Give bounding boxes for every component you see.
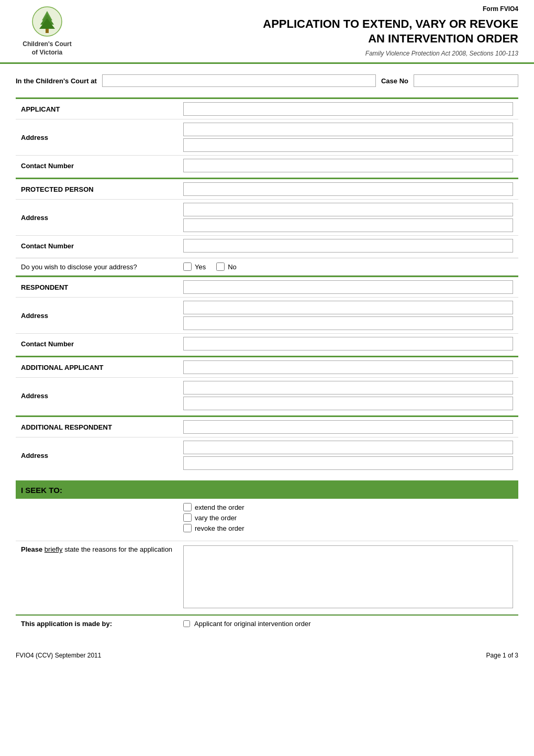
respondent-contact-input[interactable]	[183, 337, 513, 350]
respondent-name-row: RESPONDENT	[16, 277, 518, 298]
respondent-address-input-col	[178, 298, 518, 333]
made-by-label: This application is made by:	[16, 616, 178, 632]
additional-respondent-address-input-2[interactable]	[183, 456, 513, 470]
add-respondent-name-row: ADDITIONAL RESPONDENT	[16, 417, 518, 437]
additional-applicant-address-input-2[interactable]	[183, 397, 513, 410]
reasons-label-please: Please	[21, 545, 44, 553]
protected-address-input-1[interactable]	[183, 203, 513, 216]
applicant-address-label: Address	[16, 119, 178, 155]
footer-code: FVIO4 (CCV) September 2011	[16, 652, 101, 659]
respondent-address-label: Address	[16, 298, 178, 333]
disclose-yes-checkbox[interactable]	[183, 262, 192, 271]
applicant-address-input-1[interactable]	[183, 123, 513, 136]
revoke-checkbox-item: revoke the order	[183, 524, 513, 532]
protected-address-label: Address	[16, 200, 178, 235]
respondent-name-input-col	[178, 277, 518, 297]
additional-respondent-label: ADDITIONAL RESPONDENT	[16, 417, 178, 437]
court-case-row: In the Children's Court at Case No	[16, 74, 518, 87]
protected-contact-input-col	[178, 236, 518, 256]
seek-checkboxes-col: extend the order vary the order revoke t…	[178, 499, 518, 541]
additional-applicant-name-input[interactable]	[183, 360, 513, 374]
reasons-label-briefly: briefly	[44, 545, 63, 553]
applicant-address-input-2[interactable]	[183, 138, 513, 152]
disclose-yes-item: Yes	[183, 262, 206, 271]
footer-right: Applicant for original intervention orde…	[178, 616, 518, 632]
respondent-address-input-1[interactable]	[183, 301, 513, 314]
respondent-address-row: Address	[16, 298, 518, 334]
respondent-address-input-2[interactable]	[183, 316, 513, 330]
logo-area: Children's Court of Victoria	[10, 5, 94, 57]
court-at-input[interactable]	[102, 74, 376, 87]
page-info: Page 1 of 3	[486, 652, 518, 659]
add-applicant-address-row: Address	[16, 378, 518, 413]
additional-applicant-label: ADDITIONAL APPLICANT	[16, 357, 178, 377]
add-respondent-address-double	[183, 441, 513, 470]
additional-respondent-name-input[interactable]	[183, 420, 513, 434]
seek-to-header: I SEEK TO:	[16, 480, 518, 499]
extend-label: extend the order	[195, 503, 244, 511]
revoke-label: revoke the order	[195, 524, 244, 532]
protected-address-input-2[interactable]	[183, 218, 513, 232]
disclose-yes-label: Yes	[195, 263, 206, 271]
vary-label: vary the order	[195, 514, 237, 522]
disclose-no-label: No	[228, 263, 237, 271]
made-by-text: This application is made by:	[21, 620, 112, 628]
disclose-label: Do you wish to disclose your address?	[16, 258, 178, 275]
disclose-row: Do you wish to disclose your address? Ye…	[16, 258, 518, 276]
applicant-original-checkbox[interactable]	[183, 620, 190, 627]
revoke-checkbox[interactable]	[183, 524, 192, 532]
additional-respondent-address-label: Address	[16, 437, 178, 473]
respondent-contact-label: Contact Number	[16, 334, 178, 354]
add-respondent-name-input-col	[178, 417, 518, 437]
extend-checkbox[interactable]	[183, 503, 192, 511]
disclose-no-checkbox[interactable]	[216, 262, 225, 271]
protected-contact-row: Contact Number	[16, 236, 518, 256]
vary-checkbox-item: vary the order	[183, 513, 513, 522]
subtitle: Family Violence Protection Act 2008, Sec…	[365, 50, 518, 57]
add-applicant-address-input-col	[178, 378, 518, 413]
protected-name-row: PROTECTED PERSON	[16, 179, 518, 200]
applicant-contact-input[interactable]	[183, 159, 513, 172]
logo-text: Children's Court of Victoria	[23, 40, 72, 57]
applicant-address-double	[183, 123, 513, 152]
protected-name-input-col	[178, 179, 518, 199]
additional-applicant-address-input-1[interactable]	[183, 381, 513, 395]
additional-applicant-section: ADDITIONAL APPLICANT Address	[16, 356, 518, 413]
page-footer: FVIO4 (CCV) September 2011 Page 1 of 3	[0, 648, 534, 663]
main-content: In the Children's Court at Case No APPLI…	[0, 64, 534, 642]
applicant-label: APPLICANT	[16, 99, 178, 119]
add-applicant-name-row: ADDITIONAL APPLICANT	[16, 357, 518, 378]
seek-checkboxes-group: extend the order vary the order revoke t…	[183, 503, 513, 532]
seek-left-empty	[16, 499, 178, 541]
additional-respondent-address-input-1[interactable]	[183, 441, 513, 454]
title-area: Form FVIO4 APPLICATION TO EXTEND, VARY O…	[94, 5, 524, 57]
protected-name-input[interactable]	[183, 182, 513, 196]
case-no-input[interactable]	[414, 74, 518, 87]
protected-address-double	[183, 203, 513, 232]
protected-label: PROTECTED PERSON	[16, 179, 178, 199]
reasons-textarea[interactable]	[183, 545, 513, 608]
protected-contact-label: Contact Number	[16, 236, 178, 256]
respondent-name-input[interactable]	[183, 280, 513, 294]
court-logo-icon	[31, 6, 63, 37]
protected-address-row: Address	[16, 200, 518, 236]
applicant-address-row: Address	[16, 119, 518, 156]
protected-contact-input[interactable]	[183, 239, 513, 253]
additional-applicant-address-label: Address	[16, 378, 178, 413]
applicant-contact-label: Contact Number	[16, 156, 178, 176]
respondent-label: RESPONDENT	[16, 277, 178, 297]
reasons-label-col: Please briefly state the reasons for the…	[16, 541, 178, 614]
applicant-name-input[interactable]	[183, 102, 513, 116]
applicant-original-label: Applicant for original intervention orde…	[194, 620, 311, 628]
respondent-section: RESPONDENT Address Contact Number	[16, 276, 518, 354]
disclose-input-col: Yes No	[178, 258, 518, 275]
seek-to-section: I SEEK TO: extend the order vary the ord…	[16, 480, 518, 615]
respondent-contact-input-col	[178, 334, 518, 354]
applicant-section: APPLICANT Address Contact Number	[16, 97, 518, 176]
vary-checkbox[interactable]	[183, 513, 192, 522]
add-applicant-address-double	[183, 381, 513, 410]
page-header: Children's Court of Victoria Form FVIO4 …	[0, 0, 534, 64]
applicant-name-row: APPLICANT	[16, 99, 518, 119]
extend-checkbox-item: extend the order	[183, 503, 513, 511]
form-number: Form FVIO4	[483, 5, 518, 13]
